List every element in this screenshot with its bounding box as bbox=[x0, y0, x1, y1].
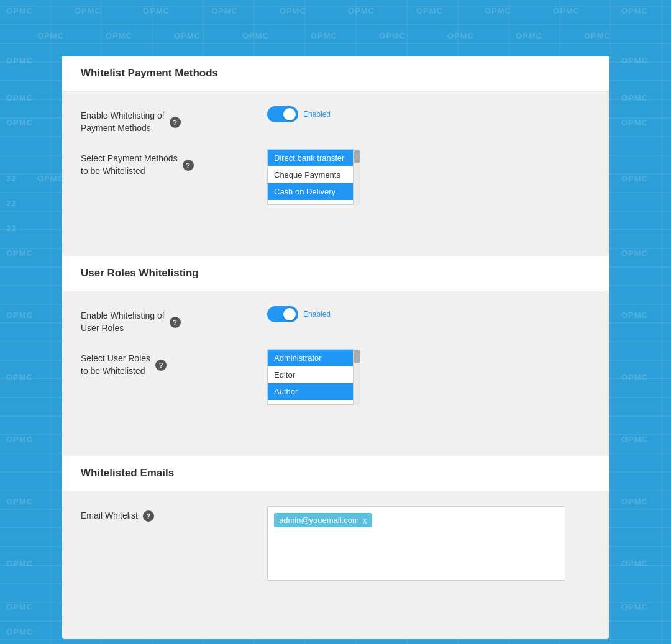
select-user-roles-label-area: Select User Rolesto be Whitelisted ? bbox=[81, 349, 267, 377]
payment-methods-header: Whitelist Payment Methods bbox=[62, 56, 609, 91]
enable-user-roles-control: Enabled bbox=[267, 306, 590, 322]
enable-payment-label-area: Enable Whitelisting ofPayment Methods ? bbox=[81, 106, 267, 134]
whitelisted-emails-title: Whitelisted Emails bbox=[81, 467, 590, 479]
user-roles-section: User Roles Whitelisting Enable Whitelist… bbox=[62, 256, 609, 441]
select-payment-help-icon[interactable]: ? bbox=[183, 160, 194, 171]
role-option-editor[interactable]: Editor bbox=[268, 366, 360, 383]
select-user-roles-row: Select User Rolesto be Whitelisted ? Adm… bbox=[81, 349, 590, 407]
email-tag-close-button[interactable]: x bbox=[363, 516, 367, 525]
role-option-administrator[interactable]: Administrator bbox=[268, 350, 360, 366]
select-payment-control: Direct bank transfer Cheque Payments Cas… bbox=[267, 149, 590, 207]
user-roles-select-container: Administrator Editor Author Contributor bbox=[267, 349, 360, 405]
user-roles-listbox-scrollbar[interactable] bbox=[353, 349, 360, 405]
enable-user-roles-help-icon[interactable]: ? bbox=[170, 317, 181, 328]
email-whitelist-box[interactable]: admin@youemail.com x bbox=[267, 506, 565, 581]
enable-user-roles-label: Enable Whitelisting ofUser Roles bbox=[81, 310, 165, 334]
payment-methods-select-container: Direct bank transfer Cheque Payments Cas… bbox=[267, 149, 360, 205]
payment-methods-section: Whitelist Payment Methods Enable Whiteli… bbox=[62, 56, 609, 241]
toggle-track-2 bbox=[267, 306, 298, 322]
enable-user-roles-status: Enabled bbox=[303, 310, 331, 319]
user-roles-title: User Roles Whitelisting bbox=[81, 267, 590, 279]
payment-listbox-scrollbar[interactable] bbox=[353, 149, 360, 205]
role-option-contributor[interactable]: Contributor bbox=[268, 400, 360, 405]
enable-user-roles-label-area: Enable Whitelisting ofUser Roles ? bbox=[81, 306, 267, 334]
role-option-author[interactable]: Author bbox=[268, 383, 360, 400]
toggle-track bbox=[267, 106, 298, 122]
select-payment-label: Select Payment Methodsto be Whitelisted bbox=[81, 153, 178, 177]
payment-option-cod[interactable]: Cash on Delivery bbox=[268, 183, 360, 200]
email-whitelist-label-area: Email Whitelist ? bbox=[81, 506, 267, 522]
select-user-roles-label: Select User Rolesto be Whitelisted bbox=[81, 353, 150, 377]
toggle-thumb-2 bbox=[283, 308, 296, 320]
email-whitelist-control: admin@youemail.com x bbox=[267, 506, 590, 581]
enable-user-roles-row: Enable Whitelisting ofUser Roles ? Enabl… bbox=[81, 306, 590, 334]
email-whitelist-label: Email Whitelist bbox=[81, 510, 138, 522]
email-tag: admin@youemail.com x bbox=[274, 513, 372, 527]
enable-payment-help-icon[interactable]: ? bbox=[170, 117, 181, 128]
payment-methods-listbox[interactable]: Direct bank transfer Cheque Payments Cas… bbox=[267, 149, 360, 205]
main-card: Whitelist Payment Methods Enable Whiteli… bbox=[62, 56, 609, 639]
user-roles-header: User Roles Whitelisting bbox=[62, 256, 609, 291]
email-whitelist-help-icon[interactable]: ? bbox=[143, 510, 154, 522]
email-whitelist-row: Email Whitelist ? admin@youemail.com x bbox=[81, 506, 590, 581]
enable-payment-toggle-wrapper: Enabled bbox=[267, 106, 590, 122]
payment-methods-title: Whitelist Payment Methods bbox=[81, 67, 590, 79]
select-user-roles-help-icon[interactable]: ? bbox=[155, 360, 167, 371]
enable-payment-control: Enabled bbox=[267, 106, 590, 122]
enable-payment-toggle[interactable] bbox=[267, 106, 298, 122]
enable-payment-label: Enable Whitelisting ofPayment Methods bbox=[81, 110, 165, 134]
select-payment-methods-row: Select Payment Methodsto be Whitelisted … bbox=[81, 149, 590, 207]
payment-option-direct-bank[interactable]: Direct bank transfer bbox=[268, 150, 360, 166]
enable-payment-status: Enabled bbox=[303, 110, 331, 119]
whitelisted-emails-body: Email Whitelist ? admin@youemail.com x bbox=[62, 491, 609, 614]
email-tag-address: admin@youemail.com bbox=[279, 515, 359, 525]
payment-methods-body: Enable Whitelisting ofPayment Methods ? … bbox=[62, 91, 609, 241]
enable-payment-whitelisting-row: Enable Whitelisting ofPayment Methods ? … bbox=[81, 106, 590, 134]
user-roles-listbox[interactable]: Administrator Editor Author Contributor bbox=[267, 349, 360, 405]
enable-user-roles-toggle-wrapper: Enabled bbox=[267, 306, 590, 322]
select-payment-label-area: Select Payment Methodsto be Whitelisted … bbox=[81, 149, 267, 177]
enable-user-roles-toggle[interactable] bbox=[267, 306, 298, 322]
whitelisted-emails-header: Whitelisted Emails bbox=[62, 456, 609, 491]
payment-scrollbar-thumb bbox=[354, 150, 360, 163]
select-user-roles-control: Administrator Editor Author Contributor bbox=[267, 349, 590, 407]
user-roles-scrollbar-thumb bbox=[354, 350, 360, 363]
whitelisted-emails-section: Whitelisted Emails Email Whitelist ? adm… bbox=[62, 456, 609, 614]
toggle-thumb bbox=[283, 108, 296, 120]
user-roles-body: Enable Whitelisting ofUser Roles ? Enabl… bbox=[62, 291, 609, 441]
payment-option-cheque[interactable]: Cheque Payments bbox=[268, 166, 360, 183]
